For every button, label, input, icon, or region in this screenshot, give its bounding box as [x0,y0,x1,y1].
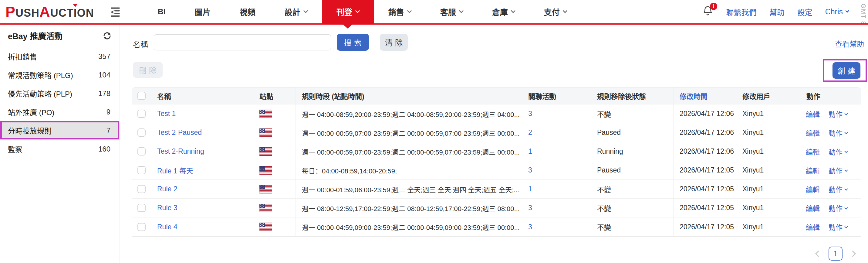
nav-item-bi[interactable]: BI [143,0,180,23]
rule-name-link[interactable]: Rule 3 [157,204,177,212]
rule-period: 週一 00:00-00:59,07:00-23:59;週二 00:00-00:5… [296,123,522,142]
row-checkbox[interactable] [137,128,146,137]
rule-period: 每日：04:00-08:59,14:00-20:59; [296,161,522,180]
rule-period: 週一 00:00-01:59,06:00-23:59;週二 全天;週三 全天;週… [296,180,522,199]
item-count: 104 [98,71,111,79]
help-link[interactable]: 幫助 [769,6,784,17]
contact-us-link[interactable]: 聯繫我們 [726,6,757,17]
sidebar-item-time-rules-selected[interactable]: 分時投放規則7 [0,121,120,140]
edit-link[interactable]: 編輯 [806,222,820,232]
edit-link[interactable]: 編輯 [806,109,820,119]
view-help-link[interactable]: 查看幫助 [835,38,864,49]
rule-name-link[interactable]: Rule 4 [157,223,177,231]
sidebar-item-plg[interactable]: 常規活動策略 (PLG)104 [0,66,120,84]
divider [824,110,824,118]
pagination: 1 [816,246,855,261]
modified-time: 2026/04/17 12:06 [674,123,736,142]
action-menu-link[interactable]: 動作 [829,127,847,138]
header-action: 動作 [800,87,861,105]
settings-link[interactable]: 設定 [797,6,812,17]
modified-user: Xinyu1 [736,123,800,142]
edit-link[interactable]: 編輯 [806,184,820,194]
related-campaigns-link[interactable]: 3 [528,223,532,231]
row-checkbox[interactable] [137,147,146,155]
related-campaigns-link[interactable]: 1 [528,185,532,193]
menu-fold-icon[interactable] [110,7,121,17]
divider [824,185,824,193]
related-campaigns-link[interactable]: 3 [528,204,532,212]
chevron-down-icon [511,8,516,13]
edit-link[interactable]: 編輯 [806,203,820,213]
prev-page-icon[interactable] [815,250,822,257]
nav-item-sales[interactable]: 銷售 [374,0,426,23]
search-button[interactable]: 搜索 [337,34,369,51]
refresh-icon[interactable] [102,31,112,40]
rule-status: 不變 [591,217,674,236]
nav-accent-line [0,23,868,25]
delete-button[interactable]: 刪除 [133,62,163,78]
rule-period: 週一 04:00-08:59,20:00-23:59;週二 04:00-08:5… [296,105,522,123]
nav-item-listing-active[interactable]: 刊登 [322,0,374,23]
nav-item-payment[interactable]: 支付 [529,0,581,23]
rule-name-link[interactable]: Test 2-Paused [157,128,202,137]
modified-user: Xinyu1 [736,180,800,199]
chevron-down-icon [355,8,360,13]
page-number-button[interactable]: 1 [829,246,842,261]
user-menu[interactable]: Chris [825,7,848,16]
nav-item-images[interactable]: 圖片 [180,0,225,23]
modified-user: Xinyu1 [736,105,800,123]
sidebar-header: eBay 推廣活動 [0,25,120,47]
action-menu-link[interactable]: 動作 [829,109,847,119]
edit-link[interactable]: 編輯 [806,146,820,157]
rule-period: 週一 00:00-00:59,07:00-23:59;週二 00:00-00:5… [296,142,522,161]
nav-item-video[interactable]: 視頻 [225,0,270,23]
header-modified-sort[interactable]: 修改時間 [674,87,736,105]
notification-bell-icon[interactable]: ! [702,5,714,19]
row-checkbox[interactable] [137,185,146,193]
action-menu-link[interactable]: 動作 [829,184,847,194]
action-menu-link[interactable]: 動作 [829,203,847,213]
divider [824,129,824,137]
main-nav: BI 圖片 視頻 設計 刊登 銷售 客服 倉庫 支付 [143,0,581,23]
sidebar-item-monitor[interactable]: 監察160 [0,140,120,158]
rule-name-link[interactable]: Test 2-Running [157,147,204,155]
edit-link[interactable]: 編輯 [806,127,820,138]
name-search-input[interactable] [154,34,331,51]
row-checkbox[interactable] [137,166,146,174]
related-campaigns-link[interactable]: 2 [528,128,532,137]
rule-status: Paused [591,161,674,180]
action-menu-link[interactable]: 動作 [829,222,847,232]
brand-logo[interactable]: PUSHAUCTION [5,3,94,20]
rule-name-link[interactable]: Rule 1 每天 [157,165,193,176]
sidebar-item-plp[interactable]: 優先活動策略 (PLP)178 [0,84,120,103]
action-menu-link[interactable]: 動作 [829,165,847,176]
create-button[interactable]: 創建 [833,62,860,79]
nav-item-warehouse[interactable]: 倉庫 [477,0,529,23]
header-related: 關聯活動 [522,87,591,105]
select-all-checkbox[interactable] [137,92,146,100]
nav-item-customer-service[interactable]: 客服 [426,0,477,23]
modified-time: 2026/04/17 12:05 [674,217,736,236]
rule-name-link[interactable]: Test 1 [157,110,176,118]
related-campaigns-link[interactable]: 3 [528,166,532,174]
edit-link[interactable]: 編輯 [806,165,820,176]
related-campaigns-link[interactable]: 1 [528,147,532,155]
sidebar-item-discount-sales[interactable]: 折扣銷售357 [0,47,120,66]
nav-item-design[interactable]: 設計 [270,0,322,23]
table-header-row: 名稱 站點 規則時段 (站點時間) 關聯活動 規則移除後狀態 修改時間 修改用戶… [132,87,861,105]
clear-button[interactable]: 清除 [380,34,408,51]
next-page-icon[interactable] [849,250,856,257]
related-campaigns-link[interactable]: 3 [528,110,532,118]
app-screen: PUSHAUCTION BI 圖片 視頻 設計 刊登 銷售 客服 倉庫 支付 [0,0,868,263]
logo-i-accent [73,4,78,7]
action-menu-link[interactable]: 動作 [829,146,847,157]
row-checkbox[interactable] [137,110,146,118]
item-count: 160 [98,145,111,153]
chevron-down-icon [303,8,308,13]
row-checkbox[interactable] [137,223,146,231]
row-checkbox[interactable] [137,204,146,212]
item-count: 7 [106,126,111,135]
us-flag-icon [259,110,272,118]
sidebar-item-po[interactable]: 站外推廣 (PO)9 [0,103,120,121]
rule-name-link[interactable]: Rule 2 [157,185,177,193]
